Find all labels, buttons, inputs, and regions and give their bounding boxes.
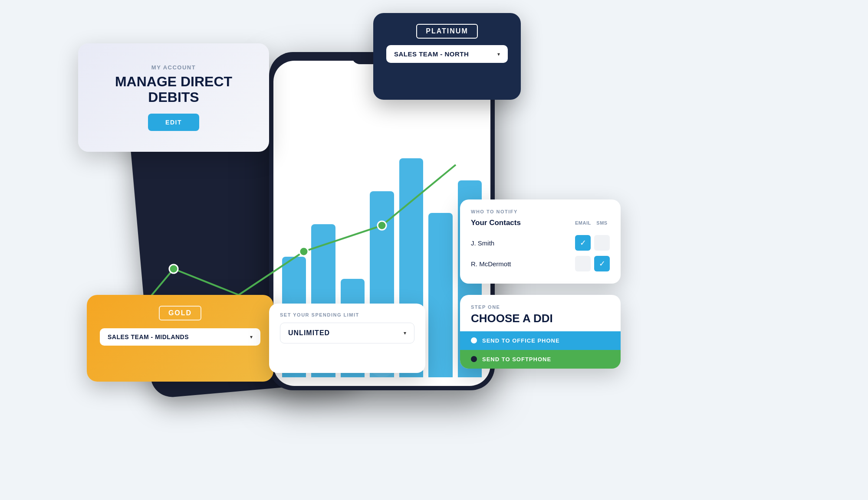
chevron-down-icon: ▾	[250, 334, 253, 340]
spending-limit-label: SET YOUR SPENDING LIMIT	[280, 312, 414, 317]
sales-team-midlands-dropdown[interactable]: SALES TEAM - MIDLANDS ▾	[100, 328, 260, 346]
platinum-card: PLATINUM SALES TEAM - NORTH ▾	[373, 13, 521, 100]
contact-row-mcdermott: R. McDermott ✓	[471, 253, 610, 274]
contacts-header: Your Contacts EMAIL SMS	[471, 219, 610, 227]
sales-team-midlands-value: SALES TEAM - MIDLANDS	[108, 333, 189, 340]
chevron-down-icon: ▾	[497, 51, 500, 57]
checkboxes-jsmith: ✓	[575, 235, 610, 251]
chevron-down-icon: ▾	[404, 330, 406, 336]
softphone-label: SEND TO SOFTPHONE	[482, 356, 551, 363]
choose-ddi-title: CHOOSE A DDI	[471, 312, 610, 325]
checkboxes-mcdermott: ✓	[575, 256, 610, 271]
sms-checkbox-jsmith[interactable]	[594, 235, 610, 251]
office-phone-label: SEND TO OFFICE PHONE	[482, 337, 560, 344]
gold-badge: GOLD	[159, 306, 201, 320]
manage-direct-debits-card: MY ACCOUNT MANAGE DIRECT DEBITS EDIT	[78, 43, 269, 152]
spending-limit-value: UNLIMITED	[288, 329, 330, 337]
step-one-label: STEP ONE	[471, 304, 610, 310]
ddi-header: STEP ONE CHOOSE A DDI	[460, 295, 621, 331]
your-contacts-title: Your Contacts	[471, 219, 521, 227]
platinum-badge: PLATINUM	[416, 24, 477, 39]
send-to-office-phone-button[interactable]: SEND TO OFFICE PHONE	[460, 331, 621, 350]
email-column-header: EMAIL	[575, 220, 591, 225]
choose-ddi-card: STEP ONE CHOOSE A DDI SEND TO OFFICE PHO…	[460, 295, 621, 369]
column-headers: EMAIL SMS	[575, 220, 610, 225]
spending-limit-card: SET YOUR SPENDING LIMIT UNLIMITED ▾	[269, 304, 425, 373]
edit-button[interactable]: EDIT	[148, 114, 199, 131]
email-checkbox-mcdermott[interactable]	[575, 256, 591, 271]
contact-name-mcdermott: R. McDermott	[471, 260, 575, 268]
sales-team-north-dropdown[interactable]: SALES TEAM - NORTH ▾	[386, 45, 508, 63]
sms-checkbox-mcdermott[interactable]: ✓	[594, 256, 610, 271]
gold-card: GOLD SALES TEAM - MIDLANDS ▾	[87, 295, 273, 382]
email-checkbox-jsmith[interactable]: ✓	[575, 235, 591, 251]
who-to-notify-label: WHO TO NOTIFY	[471, 209, 610, 214]
scene: MY ACCOUNT MANAGE DIRECT DEBITS EDIT PLA…	[0, 0, 868, 500]
contact-name-jsmith: J. Smith	[471, 239, 575, 247]
spending-limit-dropdown[interactable]: UNLIMITED ▾	[280, 323, 414, 343]
contact-row-jsmith: J. Smith ✓	[471, 232, 610, 253]
who-to-notify-card: WHO TO NOTIFY Your Contacts EMAIL SMS J.…	[460, 199, 621, 284]
chart-bar	[428, 213, 452, 377]
office-phone-dot	[471, 337, 477, 343]
manage-direct-debits-title: MANAGE DIRECT DEBITS	[93, 74, 254, 105]
softphone-dot	[471, 356, 477, 362]
my-account-label: MY ACCOUNT	[151, 64, 196, 71]
sms-column-header: SMS	[594, 220, 610, 225]
sales-team-north-value: SALES TEAM - NORTH	[394, 50, 469, 58]
send-to-softphone-button[interactable]: SEND TO SOFTPHONE	[460, 350, 621, 369]
